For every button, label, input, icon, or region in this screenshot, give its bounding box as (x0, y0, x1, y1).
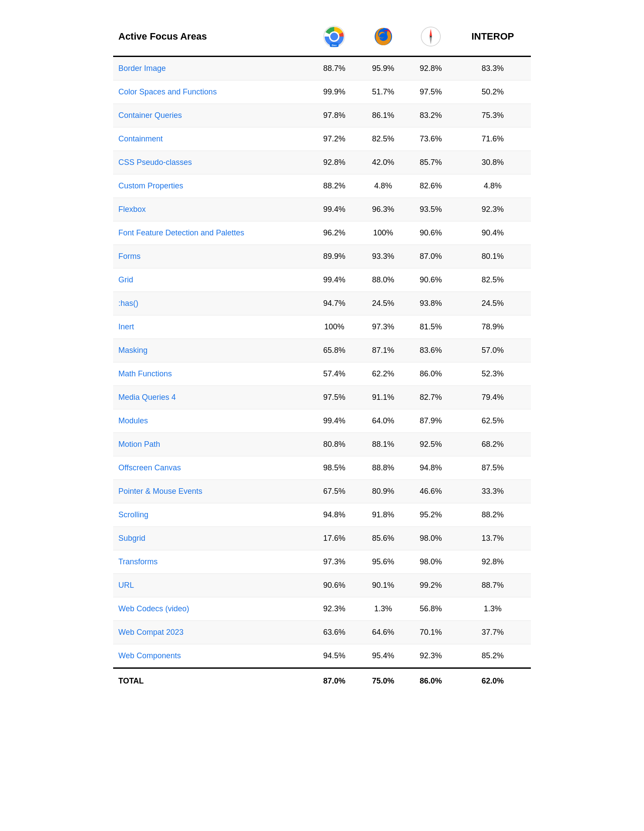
table-row: :has()94.7%24.5%93.8%24.5% (113, 292, 531, 315)
row-name[interactable]: Media Queries 4 (113, 386, 309, 409)
row-firefox: 88.0% (359, 268, 407, 292)
table-row: Web Compat 202363.6%64.6%70.1%37.7% (113, 621, 531, 644)
row-name[interactable]: Web Codecs (video) (113, 597, 309, 621)
row-name[interactable]: Inert (113, 315, 309, 339)
chrome-dev-icon-container: Dev (315, 24, 354, 49)
row-chrome: 80.8% (309, 433, 359, 456)
row-chrome: 99.9% (309, 80, 359, 104)
row-name[interactable]: Custom Properties (113, 174, 309, 198)
row-chrome: 89.9% (309, 245, 359, 268)
table-row: Math Functions57.4%62.2%86.0%52.3% (113, 362, 531, 386)
row-interop: 90.4% (455, 221, 531, 245)
row-name[interactable]: Flexbox (113, 198, 309, 221)
row-chrome: 99.4% (309, 268, 359, 292)
main-container: Active Focus Areas (113, 17, 531, 694)
row-safari: 83.6% (407, 339, 454, 362)
row-name[interactable]: Grid (113, 268, 309, 292)
row-safari: 86.0% (407, 362, 454, 386)
row-chrome: 99.4% (309, 409, 359, 433)
row-name[interactable]: Scrolling (113, 503, 309, 527)
row-name[interactable]: Pointer & Mouse Events (113, 480, 309, 503)
row-name[interactable]: Forms (113, 245, 309, 268)
row-firefox: 80.9% (359, 480, 407, 503)
row-safari: 85.7% (407, 151, 454, 174)
table-row: Subgrid17.6%85.6%98.0%13.7% (113, 527, 531, 550)
row-safari: 97.5% (407, 80, 454, 104)
header-focus-areas: Active Focus Areas (113, 17, 309, 57)
row-firefox: 87.1% (359, 339, 407, 362)
safari-icon (419, 25, 442, 48)
row-safari: 82.7% (407, 386, 454, 409)
row-chrome: 90.6% (309, 574, 359, 597)
row-name[interactable]: CSS Pseudo-classes (113, 151, 309, 174)
row-name[interactable]: Transforms (113, 550, 309, 574)
table-row: Color Spaces and Functions99.9%51.7%97.5… (113, 80, 531, 104)
row-interop: 87.5% (455, 456, 531, 480)
row-name[interactable]: Web Components (113, 644, 309, 668)
row-safari: 83.2% (407, 104, 454, 127)
row-name[interactable]: Font Feature Detection and Palettes (113, 221, 309, 245)
header-firefox (359, 17, 407, 57)
row-firefox: 95.9% (359, 57, 407, 80)
row-name[interactable]: Offscreen Canvas (113, 456, 309, 480)
row-safari: 93.5% (407, 198, 454, 221)
row-name[interactable]: Container Queries (113, 104, 309, 127)
row-firefox: 24.5% (359, 292, 407, 315)
row-safari: 56.8% (407, 597, 454, 621)
row-safari: 81.5% (407, 315, 454, 339)
row-name[interactable]: Subgrid (113, 527, 309, 550)
table-row: Flexbox99.4%96.3%93.5%92.3% (113, 198, 531, 221)
row-chrome: 99.4% (309, 198, 359, 221)
row-safari: 92.8% (407, 57, 454, 80)
row-firefox: 91.1% (359, 386, 407, 409)
row-firefox: 88.8% (359, 456, 407, 480)
row-firefox: 64.6% (359, 621, 407, 644)
row-safari: 70.1% (407, 621, 454, 644)
row-safari: 98.0% (407, 527, 454, 550)
row-name[interactable]: Web Compat 2023 (113, 621, 309, 644)
row-name[interactable]: :has() (113, 292, 309, 315)
row-chrome: 92.3% (309, 597, 359, 621)
footer-total-label: TOTAL (113, 668, 309, 694)
row-firefox: 88.1% (359, 433, 407, 456)
row-firefox: 97.3% (359, 315, 407, 339)
table-row: Motion Path80.8%88.1%92.5%68.2% (113, 433, 531, 456)
table-footer-row: TOTAL 87.0% 75.0% 86.0% 62.0% (113, 668, 531, 694)
row-name[interactable]: Color Spaces and Functions (113, 80, 309, 104)
row-safari: 73.6% (407, 127, 454, 151)
row-firefox: 100% (359, 221, 407, 245)
row-chrome: 98.5% (309, 456, 359, 480)
row-name[interactable]: Motion Path (113, 433, 309, 456)
row-interop: 33.3% (455, 480, 531, 503)
row-name[interactable]: Math Functions (113, 362, 309, 386)
table-row: URL90.6%90.1%99.2%88.7% (113, 574, 531, 597)
row-interop: 68.2% (455, 433, 531, 456)
row-interop: 79.4% (455, 386, 531, 409)
row-firefox: 95.6% (359, 550, 407, 574)
row-interop: 82.5% (455, 268, 531, 292)
row-interop: 88.7% (455, 574, 531, 597)
row-safari: 87.0% (407, 245, 454, 268)
row-name[interactable]: Masking (113, 339, 309, 362)
row-name[interactable]: Containment (113, 127, 309, 151)
row-name[interactable]: Border Image (113, 57, 309, 80)
row-name[interactable]: Modules (113, 409, 309, 433)
row-chrome: 97.8% (309, 104, 359, 127)
row-name[interactable]: URL (113, 574, 309, 597)
firefox-icon-container (365, 25, 402, 48)
footer-interop: 62.0% (455, 668, 531, 694)
table-row: Border Image88.7%95.9%92.8%83.3% (113, 57, 531, 80)
row-firefox: 86.1% (359, 104, 407, 127)
row-firefox: 95.4% (359, 644, 407, 668)
interop-table: Active Focus Areas (113, 17, 531, 694)
footer-firefox: 75.0% (359, 668, 407, 694)
row-safari: 90.6% (407, 221, 454, 245)
table-row: Font Feature Detection and Palettes96.2%… (113, 221, 531, 245)
table-row: Offscreen Canvas98.5%88.8%94.8%87.5% (113, 456, 531, 480)
row-chrome: 57.4% (309, 362, 359, 386)
row-chrome: 96.2% (309, 221, 359, 245)
row-interop: 1.3% (455, 597, 531, 621)
row-chrome: 17.6% (309, 527, 359, 550)
row-chrome: 94.7% (309, 292, 359, 315)
row-interop: 50.2% (455, 80, 531, 104)
